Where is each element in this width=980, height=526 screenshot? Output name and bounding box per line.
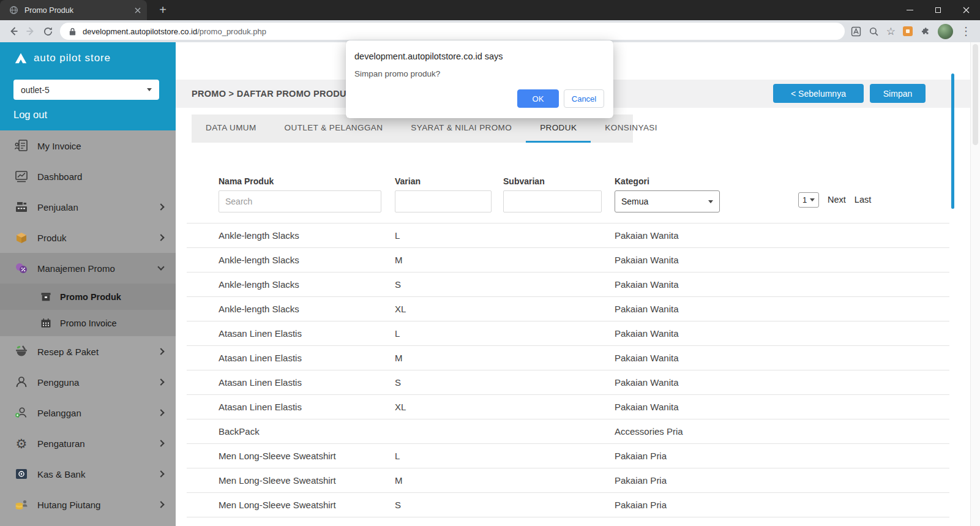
invoice-icon: [13, 138, 29, 154]
last-page-link[interactable]: Last: [855, 195, 871, 205]
table-row: Ankle-length Slacks M Pakaian Wanita: [187, 248, 949, 272]
close-window-button[interactable]: [952, 0, 980, 20]
search-name-input[interactable]: [219, 190, 381, 212]
minimize-button[interactable]: [896, 0, 924, 20]
sidebar-item-label: Pengguna: [37, 377, 79, 388]
sidebar-item-my-invoice[interactable]: My Invoice: [0, 130, 176, 161]
tab-syarat-nilai-promo[interactable]: SYARAT & NILAI PROMO: [397, 115, 526, 143]
sidebar-item-manajemen-promo[interactable]: Manajemen Promo: [0, 253, 176, 284]
logout-link[interactable]: Log out: [13, 109, 162, 121]
maximize-icon: [935, 7, 941, 13]
outlet-select[interactable]: outlet-5: [13, 80, 159, 100]
tab-close-icon[interactable]: [135, 7, 141, 13]
sidebar-item-pengaturan[interactable]: ⚙ Pengaturan: [0, 428, 176, 459]
browser-tab[interactable]: Promo Produk: [0, 0, 147, 20]
sidebar-subitem-promo-produk[interactable]: Promo Produk: [0, 284, 176, 310]
page-select[interactable]: 1: [798, 192, 819, 208]
forward-arrow-icon: [24, 25, 37, 37]
minimize-icon: [907, 10, 913, 10]
dialog-cancel-button[interactable]: Cancel: [564, 89, 604, 108]
product-name-cell: BackPack: [219, 426, 395, 437]
table-row: Men Long-Sleeve Sweatshirt M Pakaian Pri…: [187, 468, 949, 493]
sidebar-item-label: Dashboard: [37, 171, 82, 182]
maximize-button[interactable]: [924, 0, 952, 20]
sidebar-item-kas-bank[interactable]: Kas & Bank: [0, 459, 176, 489]
sidebar-item-penjualan[interactable]: Penjualan: [0, 192, 176, 222]
sidebar-item-hutang-piutang[interactable]: Hutang Piutang: [0, 489, 176, 520]
browser-menu-icon[interactable]: ⋮: [960, 26, 971, 37]
refresh-button[interactable]: [39, 23, 56, 40]
gear-icon: ⚙: [13, 435, 29, 451]
tab-produk[interactable]: PRODUK: [526, 115, 591, 143]
product-rows: Ankle-length Slacks L Pakaian Wanita Ank…: [187, 223, 949, 517]
next-page-link[interactable]: Next: [828, 195, 846, 205]
previous-button[interactable]: < Sebelumnya: [773, 84, 864, 103]
table-row: BackPack Accessories Pria: [187, 419, 949, 444]
user-icon: [13, 374, 29, 390]
zoom-icon[interactable]: [869, 26, 879, 37]
address-bar[interactable]: development.autopilotstore.co.id/promo_p…: [60, 23, 845, 40]
varian-cell: S: [395, 500, 503, 510]
dashboard-icon: [13, 168, 29, 184]
back-arrow-icon: [7, 25, 20, 37]
dialog-ok-button[interactable]: OK: [517, 89, 559, 108]
kategori-cell: Pakaian Wanita: [615, 353, 798, 363]
save-button[interactable]: Simpan: [870, 84, 926, 103]
sidebar-subitem-promo-invoice[interactable]: Promo Invoice: [0, 310, 176, 336]
kategori-select[interactable]: Semua: [615, 190, 720, 212]
subvarian-input[interactable]: [503, 190, 602, 212]
page-scrollbar-thumb[interactable]: [973, 44, 978, 145]
sidebar-item-pelanggan[interactable]: Pelanggan: [0, 397, 176, 428]
tab-favicon-icon: [9, 6, 18, 15]
product-name-cell: Men Long-Sleeve Sweatshirt: [219, 500, 395, 510]
close-icon: [963, 7, 970, 13]
sidebar-item-produk[interactable]: Produk: [0, 222, 176, 253]
sidebar-item-label: My Invoice: [37, 141, 81, 151]
pagination: 1 Next Last: [798, 171, 949, 223]
varian-cell: M: [395, 255, 503, 265]
table-row: Atasan Linen Elastis M Pakaian Wanita: [187, 346, 949, 370]
chevron-down-icon: [708, 200, 713, 203]
extensions-puzzle-icon[interactable]: [920, 26, 930, 37]
sidebar-item-label: Manajemen Promo: [37, 263, 115, 274]
varian-cell: XL: [395, 304, 503, 314]
kategori-cell: Pakaian Pria: [615, 475, 798, 486]
table-row: Atasan Linen Elastis XL Pakaian Wanita: [187, 395, 949, 419]
filter-row: Nama Produk Varian Subvarian Kategori Se…: [187, 171, 949, 223]
promo-produk-icon: [39, 290, 53, 304]
kategori-cell: Pakaian Wanita: [615, 230, 798, 241]
varian-cell: S: [395, 279, 503, 290]
content-scrollbar-thumb[interactable]: [951, 73, 954, 209]
sidebar-item-label: Pengaturan: [37, 438, 85, 449]
sidebar-item-resep-paket[interactable]: Resep & Paket: [0, 336, 176, 367]
back-button[interactable]: [5, 23, 22, 40]
shopping-extension-icon[interactable]: [903, 26, 913, 36]
tab-konsinyasi[interactable]: KONSINYASI: [591, 115, 671, 143]
kategori-cell: Pakaian Wanita: [615, 328, 798, 339]
varian-input[interactable]: [395, 190, 492, 212]
sidebar-item-label: Resep & Paket: [37, 347, 99, 357]
tab-outlet-pelanggan[interactable]: OUTLET & PELANGGAN: [271, 115, 397, 143]
forward-button[interactable]: [22, 23, 39, 40]
kategori-cell: Accessories Pria: [615, 426, 798, 437]
brand: auto pilot store: [13, 50, 162, 67]
sidebar-item-pengguna[interactable]: Pengguna: [0, 367, 176, 397]
tab-data-umum[interactable]: DATA UMUM: [192, 115, 271, 143]
chevron-right-icon: [157, 348, 164, 355]
sidebar-item-dashboard[interactable]: Dashboard: [0, 161, 176, 192]
page-scrollbar[interactable]: [970, 42, 980, 526]
sidebar-item-label: Hutang Piutang: [37, 500, 100, 510]
table-row: Ankle-length Slacks S Pakaian Wanita: [187, 272, 949, 297]
browser-confirm-dialog: development.autopilotstore.co.id says Si…: [346, 40, 613, 118]
padlock-icon[interactable]: [69, 27, 77, 36]
product-name-cell: Men Long-Sleeve Sweatshirt: [219, 451, 395, 461]
translate-icon[interactable]: [851, 26, 861, 37]
product-name-cell: Atasan Linen Elastis: [219, 328, 395, 339]
outlet-select-value: outlet-5: [21, 85, 50, 95]
browser-toolbar: development.autopilotstore.co.id/promo_p…: [0, 20, 980, 42]
new-tab-button[interactable]: +: [153, 0, 173, 20]
coins-icon: [13, 497, 29, 513]
table-row: Men Long-Sleeve Sweatshirt S Pakaian Pri…: [187, 493, 949, 517]
bookmark-star-icon[interactable]: ☆: [886, 26, 896, 37]
profile-avatar[interactable]: [938, 24, 953, 39]
